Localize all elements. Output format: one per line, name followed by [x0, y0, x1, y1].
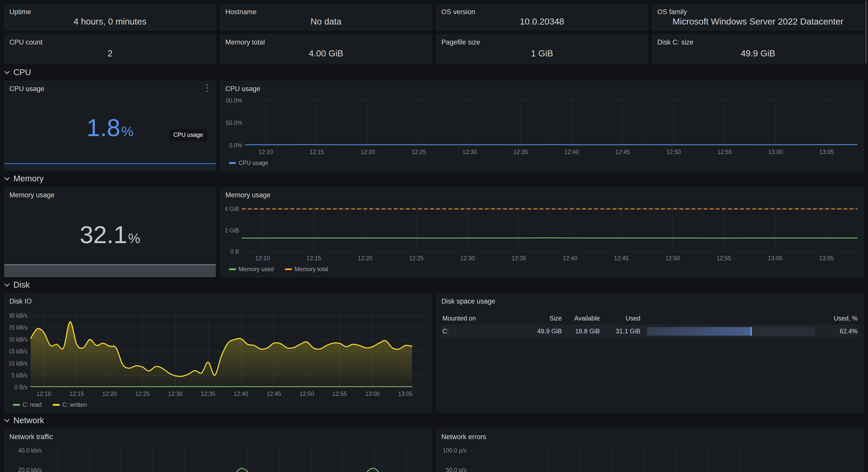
svg-text:25 kB/s: 25 kB/s: [9, 324, 28, 331]
section-label: Network: [13, 415, 44, 425]
svg-text:12:25: 12:25: [411, 149, 426, 155]
svg-text:12:20: 12:20: [102, 391, 117, 397]
panel-os-version: OS version 10.0.20348: [436, 4, 648, 30]
panel-title[interactable]: CPU usage: [9, 85, 211, 93]
svg-text:13:05: 13:05: [819, 149, 834, 155]
svg-text:100.0%: 100.0%: [225, 97, 242, 104]
panel-menu-icon[interactable]: ⋮: [203, 83, 212, 92]
panel-cpu-usage-timeseries: CPU usage 12:1012:1512:2012:2512:3012:35…: [220, 81, 864, 171]
stat-value: Microsoft Windows Server 2022 Datacenter: [657, 16, 859, 27]
legend-item[interactable]: CPU usage: [229, 160, 269, 166]
cpu-row: CPU usage ⋮ 1.8 % CPU usage CPU usage 12…: [4, 81, 864, 170]
disk-io-chart[interactable]: 12:1012:1512:2012:2512:3012:3512:4012:45…: [9, 307, 427, 400]
network-errors-chart[interactable]: 12:1012:1512:2012:2512:3012:3512:4012:45…: [441, 443, 859, 472]
legend-label: CPU usage: [239, 160, 269, 166]
gauge-track: [647, 327, 815, 336]
value-unit: %: [121, 125, 133, 138]
panel-title[interactable]: CPU usage: [225, 85, 859, 93]
panel-title[interactable]: Uptime: [9, 8, 211, 16]
section-disk[interactable]: Disk: [4, 276, 864, 294]
memory-sparkline: [4, 264, 216, 277]
used-gauge: [640, 327, 815, 336]
panel-title[interactable]: OS family: [657, 8, 859, 16]
panel-title[interactable]: CPU count: [9, 38, 211, 47]
panel-title[interactable]: Pagefile size: [441, 38, 643, 47]
svg-text:0.0%: 0.0%: [229, 142, 242, 149]
svg-text:30 kB/s: 30 kB/s: [9, 312, 28, 319]
panel-title[interactable]: Hostname: [225, 8, 427, 16]
panel-cpu-usage-stat: CPU usage ⋮ 1.8 % CPU usage: [4, 81, 216, 171]
panel-title[interactable]: Network traffic: [9, 433, 427, 441]
section-cpu[interactable]: CPU: [4, 64, 864, 81]
svg-text:12:20: 12:20: [358, 255, 372, 262]
disk-row: Disk IO 12:1012:1512:2012:2512:3012:3512…: [4, 294, 864, 412]
cpu-usage-chart[interactable]: 12:1012:1512:2012:2512:3012:3512:4012:45…: [225, 95, 859, 158]
svg-text:0 B: 0 B: [230, 248, 239, 255]
svg-text:12:15: 12:15: [309, 149, 324, 155]
svg-text:12:30: 12:30: [168, 391, 183, 397]
panel-disk-space-usage: Disk space usage Mounted on Size Availab…: [436, 294, 864, 413]
section-network[interactable]: Network: [4, 412, 864, 429]
svg-text:4 GiB: 4 GiB: [225, 206, 239, 212]
svg-text:20.0 kb/s: 20.0 kb/s: [18, 466, 42, 472]
svg-text:12:55: 12:55: [717, 255, 731, 262]
column-header-available[interactable]: Available: [562, 315, 600, 322]
svg-text:12:10: 12:10: [36, 391, 51, 397]
svg-text:12:40: 12:40: [564, 149, 579, 155]
panel-title[interactable]: OS version: [441, 8, 643, 16]
svg-text:12:25: 12:25: [135, 391, 150, 397]
legend-label: C: written: [62, 401, 87, 408]
column-header-used[interactable]: Used: [600, 315, 640, 322]
panel-memory-usage-timeseries: Memory usage 12:1012:1512:2012:2512:3012…: [220, 187, 864, 277]
panel-title[interactable]: Memory usage: [225, 191, 859, 200]
chevron-down-icon: [4, 69, 10, 74]
panel-uptime: Uptime 4 hours, 0 minutes: [4, 4, 216, 30]
network-traffic-chart[interactable]: 12:1012:1512:2012:2512:3012:3512:4012:45…: [9, 443, 427, 472]
panel-network-errors: Network errors 12:1012:1512:2012:2512:30…: [436, 429, 864, 472]
section-label: CPU: [13, 68, 31, 77]
svg-text:12:55: 12:55: [333, 391, 347, 397]
panel-hostname: Hostname No data: [220, 4, 432, 30]
svg-text:13:05: 13:05: [398, 391, 413, 397]
section-memory[interactable]: Memory: [4, 170, 864, 187]
panel-memory-usage-stat: Memory usage 32.1 %: [4, 187, 216, 277]
legend-swatch-icon: [229, 268, 236, 270]
stat-value: 4 hours, 0 minutes: [9, 16, 211, 27]
value-number: 1.8: [87, 115, 120, 140]
legend-item[interactable]: Memory used: [229, 266, 274, 273]
panel-title[interactable]: Disk C: size: [657, 38, 859, 47]
svg-text:2 GiB: 2 GiB: [225, 227, 239, 233]
cell-used: 31.1 GiB: [600, 328, 640, 335]
cpu-sparkline: [4, 163, 216, 171]
svg-text:5 kB/s: 5 kB/s: [11, 372, 28, 379]
stat-row-2: CPU count 2 Memory total 4.00 GiB Pagefi…: [4, 34, 864, 64]
panel-title[interactable]: Memory usage: [9, 191, 211, 200]
panel-network-traffic: Network traffic 12:1012:1512:2012:2512:3…: [4, 429, 432, 472]
column-header-mounted-on[interactable]: Mounted on: [442, 315, 526, 322]
cell-mounted-on: C:: [442, 328, 526, 335]
column-header-used-pct[interactable]: Used, %: [815, 315, 858, 322]
panel-title[interactable]: Disk IO: [9, 297, 427, 306]
panel-title[interactable]: Disk space usage: [441, 297, 859, 306]
svg-text:50.0%: 50.0%: [226, 120, 242, 126]
legend-swatch-icon: [53, 404, 60, 406]
chevron-down-icon: [4, 416, 10, 422]
svg-text:12:40: 12:40: [563, 255, 578, 262]
svg-text:12:45: 12:45: [267, 391, 281, 397]
panel-title[interactable]: Memory total: [225, 38, 427, 47]
legend-item[interactable]: Memory total: [285, 266, 328, 273]
chart-legend: CPU usage: [225, 158, 859, 168]
stat-value: 4.00 GiB: [225, 47, 427, 60]
column-header-size[interactable]: Size: [526, 315, 562, 322]
scrollbar-thumb[interactable]: [865, 1, 867, 64]
legend-item[interactable]: C: written: [53, 401, 87, 408]
panel-os-family: OS family Microsoft Windows Server 2022 …: [652, 4, 864, 30]
legend-item[interactable]: C: read: [13, 401, 41, 408]
cell-size: 49.9 GiB: [526, 328, 562, 335]
gauge-fill: [647, 327, 752, 336]
series-name-chip: CPU usage: [169, 129, 207, 141]
panel-title[interactable]: Network errors: [441, 433, 859, 441]
svg-text:12:10: 12:10: [255, 255, 270, 262]
table-row: C: 49.9 GiB 18.8 GiB 31.1 GiB 62.4%: [441, 325, 859, 338]
memory-usage-chart[interactable]: 12:1012:1512:2012:2512:3012:3512:4012:45…: [225, 201, 859, 264]
